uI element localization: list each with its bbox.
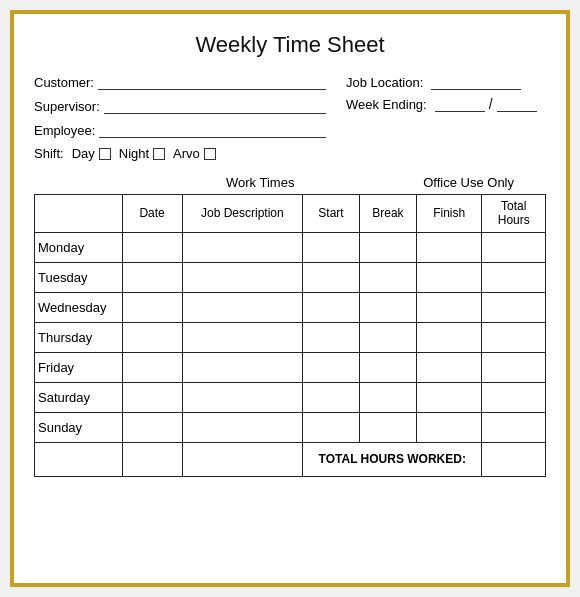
jobdesc-cell[interactable]: [182, 232, 302, 262]
table-row: Thursday: [35, 322, 546, 352]
col-header-start: Start: [303, 195, 360, 233]
total-cell[interactable]: [482, 322, 546, 352]
form-section: Customer: Supervisor: Employee: Shift: D…: [34, 74, 546, 171]
finish-cell[interactable]: [416, 262, 482, 292]
total-label: TOTAL HOURS WORKED:: [303, 442, 482, 476]
start-cell[interactable]: [303, 262, 360, 292]
shift-night-label: Night: [119, 146, 149, 161]
table-header-row: Date Job Description Start Break Finish …: [35, 195, 546, 233]
day-cell: Thursday: [35, 322, 123, 352]
start-cell[interactable]: [303, 322, 360, 352]
total-empty-2: [122, 442, 182, 476]
table-row: Monday: [35, 232, 546, 262]
day-cell: Wednesday: [35, 292, 123, 322]
job-location-row: Job Location:: [346, 74, 546, 90]
customer-row: Customer:: [34, 74, 326, 90]
break-cell[interactable]: [359, 382, 416, 412]
day-cell: Monday: [35, 232, 123, 262]
shift-arvo-checkbox[interactable]: [204, 148, 216, 160]
shift-night: Night: [119, 146, 165, 161]
page-title: Weekly Time Sheet: [34, 32, 546, 58]
col-header-total: TotalHours: [482, 195, 546, 233]
break-cell[interactable]: [359, 412, 416, 442]
finish-cell[interactable]: [416, 352, 482, 382]
day-cell: Friday: [35, 352, 123, 382]
break-cell[interactable]: [359, 322, 416, 352]
start-cell[interactable]: [303, 352, 360, 382]
col-header-jobdesc: Job Description: [182, 195, 302, 233]
shift-label: Shift:: [34, 146, 64, 161]
week-ending-year-input[interactable]: [497, 96, 537, 112]
start-cell[interactable]: [303, 232, 360, 262]
customer-label: Customer:: [34, 75, 94, 90]
col-header-break: Break: [359, 195, 416, 233]
job-location-input[interactable]: [431, 74, 521, 90]
total-empty-1: [35, 442, 123, 476]
shift-day-checkbox[interactable]: [99, 148, 111, 160]
date-cell[interactable]: [122, 262, 182, 292]
break-cell[interactable]: [359, 352, 416, 382]
supervisor-label: Supervisor:: [34, 99, 100, 114]
week-ending-row: Week Ending: /: [346, 96, 546, 112]
break-cell[interactable]: [359, 292, 416, 322]
start-cell[interactable]: [303, 382, 360, 412]
total-hours-row: TOTAL HOURS WORKED:: [35, 442, 546, 476]
col-header-day: [35, 195, 123, 233]
jobdesc-cell[interactable]: [182, 352, 302, 382]
page: Weekly Time Sheet Customer: Supervisor: …: [10, 10, 570, 587]
finish-cell[interactable]: [416, 322, 482, 352]
jobdesc-cell[interactable]: [182, 382, 302, 412]
finish-cell[interactable]: [416, 292, 482, 322]
shift-arvo-label: Arvo: [173, 146, 200, 161]
shift-arvo: Arvo: [173, 146, 216, 161]
total-cell[interactable]: [482, 292, 546, 322]
jobdesc-cell[interactable]: [182, 262, 302, 292]
finish-cell[interactable]: [416, 382, 482, 412]
total-value[interactable]: [482, 442, 546, 476]
form-left: Customer: Supervisor: Employee: Shift: D…: [34, 74, 346, 171]
table-row: Saturday: [35, 382, 546, 412]
start-cell[interactable]: [303, 412, 360, 442]
table-body: Monday Tuesday Wednesday Thursday: [35, 232, 546, 476]
total-cell[interactable]: [482, 262, 546, 292]
shift-row: Shift: Day Night Arvo: [34, 146, 326, 161]
finish-cell[interactable]: [416, 412, 482, 442]
total-cell[interactable]: [482, 382, 546, 412]
date-cell[interactable]: [122, 352, 182, 382]
col-header-date: Date: [122, 195, 182, 233]
total-cell[interactable]: [482, 232, 546, 262]
shift-day: Day: [72, 146, 111, 161]
start-cell[interactable]: [303, 292, 360, 322]
total-empty-3: [182, 442, 302, 476]
jobdesc-cell[interactable]: [182, 322, 302, 352]
break-cell[interactable]: [359, 262, 416, 292]
total-cell[interactable]: [482, 352, 546, 382]
date-cell[interactable]: [122, 232, 182, 262]
table-row: Sunday: [35, 412, 546, 442]
employee-input[interactable]: [99, 122, 326, 138]
timesheet-table: Date Job Description Start Break Finish …: [34, 194, 546, 477]
date-cell[interactable]: [122, 382, 182, 412]
jobdesc-cell[interactable]: [182, 292, 302, 322]
week-ending-label: Week Ending:: [346, 97, 427, 112]
shift-day-label: Day: [72, 146, 95, 161]
jobdesc-cell[interactable]: [182, 412, 302, 442]
job-location-label: Job Location:: [346, 75, 423, 90]
date-cell[interactable]: [122, 412, 182, 442]
date-cell[interactable]: [122, 322, 182, 352]
finish-cell[interactable]: [416, 232, 482, 262]
day-cell: Tuesday: [35, 262, 123, 292]
supervisor-input[interactable]: [104, 98, 326, 114]
form-right: Job Location: Week Ending: /: [346, 74, 546, 171]
table-row: Wednesday: [35, 292, 546, 322]
employee-label: Employee:: [34, 123, 95, 138]
break-cell[interactable]: [359, 232, 416, 262]
col-header-finish: Finish: [416, 195, 482, 233]
table-row: Tuesday: [35, 262, 546, 292]
employee-row: Employee:: [34, 122, 326, 138]
date-cell[interactable]: [122, 292, 182, 322]
customer-input[interactable]: [98, 74, 326, 90]
week-ending-month-input[interactable]: [435, 96, 485, 112]
shift-night-checkbox[interactable]: [153, 148, 165, 160]
total-cell[interactable]: [482, 412, 546, 442]
